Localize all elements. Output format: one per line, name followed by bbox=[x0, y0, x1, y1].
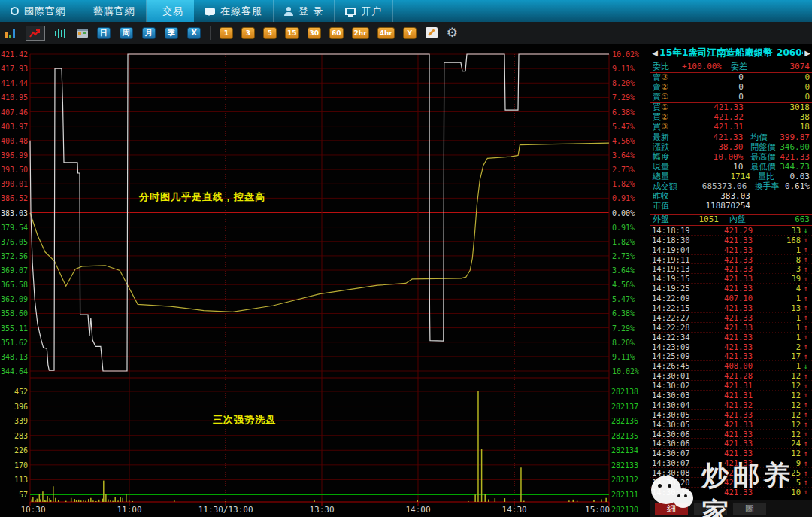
tick-price: 421.31 bbox=[698, 381, 753, 390]
draw-pencil-icon[interactable] bbox=[426, 27, 438, 38]
period-button-30[interactable]: 30 bbox=[308, 27, 322, 39]
timeshare-chart bbox=[0, 44, 650, 517]
nav-tab-國際官網[interactable]: 國際官網 bbox=[0, 0, 77, 22]
tick-row: 14:30:01421.2812↑ bbox=[650, 371, 812, 381]
volume-bar bbox=[98, 500, 100, 502]
tick-row: 14:18:30421.33168↑ bbox=[650, 236, 812, 245]
up-arrow-icon: ↑ bbox=[801, 255, 810, 263]
nav-tab-label: 藝購官網 bbox=[93, 5, 135, 18]
tick-row: 14:30:05421.3312↑ bbox=[650, 410, 812, 420]
volume-bar bbox=[65, 501, 67, 502]
tick-time: 14:30:01 bbox=[652, 371, 698, 380]
period-button-1[interactable]: 1 bbox=[220, 27, 233, 39]
tick-row: 14:18:19421.2933↓ bbox=[650, 226, 812, 236]
price-axis-label: 351.62 bbox=[0, 339, 28, 347]
volume-bar bbox=[58, 500, 59, 502]
tick-volume: 24 bbox=[753, 439, 801, 448]
order-level-label: 買③ bbox=[653, 123, 668, 132]
tick-price: 421.31 bbox=[698, 391, 753, 400]
tick-time: 14:30:06 bbox=[652, 430, 698, 439]
price-axis-label: 396.99 bbox=[0, 151, 28, 160]
tick-time: 14:22:09 bbox=[652, 293, 698, 303]
nav-tab-交易[interactable]: 交易 bbox=[147, 0, 194, 22]
tick-price: 421.33 bbox=[698, 351, 753, 360]
order-book-row: 賣①00 bbox=[650, 93, 812, 102]
period-button-3[interactable]: 3 bbox=[241, 27, 255, 39]
tick-price: 421.29 bbox=[698, 226, 753, 235]
volume-bar bbox=[481, 449, 483, 502]
stat-value: 0.03 bbox=[789, 172, 810, 181]
stat-value: 421.33 bbox=[780, 153, 810, 162]
stat-label: 最高價 bbox=[743, 153, 780, 162]
stat-label: 均價 bbox=[743, 133, 780, 142]
tick-row: 14:30:03421.3112↑ bbox=[650, 391, 812, 400]
order-level-price: 421.31 bbox=[668, 123, 744, 132]
next-instrument-arrow[interactable]: ▶ bbox=[803, 49, 812, 57]
volume-bar bbox=[108, 499, 109, 502]
price-axis-label: 365.58 bbox=[0, 281, 28, 289]
tick-row: 14:22:28421.331↑ bbox=[650, 323, 812, 333]
percent-axis-label: 6.38% bbox=[612, 108, 635, 117]
period-button-5[interactable]: 5 bbox=[263, 27, 277, 39]
position-axis-label: 282135 bbox=[611, 432, 638, 440]
tick-time: 14:26:45 bbox=[652, 361, 698, 370]
nav-tab-登录[interactable]: 登 录 bbox=[274, 0, 335, 22]
tick-volume: 3 bbox=[753, 264, 801, 273]
tick-row: 14:30:06421.3312↑ bbox=[650, 430, 812, 439]
percent-axis-label: 9.11% bbox=[612, 353, 635, 361]
ask-levels: 賣③00賣②00賣①00 bbox=[650, 73, 812, 102]
volume-bar bbox=[523, 501, 525, 502]
volume-bar bbox=[468, 501, 469, 502]
order-book-row: 賣③00 bbox=[650, 73, 812, 83]
kline-chart-icon[interactable] bbox=[54, 28, 68, 38]
up-arrow-icon: ↑ bbox=[801, 303, 810, 312]
nav-tab-藝購官網[interactable]: 藝購官網 bbox=[77, 0, 147, 22]
tick-list[interactable]: 14:18:19421.2933↓14:18:30421.33168↑14:19… bbox=[650, 226, 812, 497]
up-arrow-icon: ↑ bbox=[801, 410, 810, 418]
period-button-X[interactable]: X bbox=[187, 27, 201, 39]
time-axis-label: 13:30 bbox=[310, 505, 335, 515]
period-button-60[interactable]: 60 bbox=[329, 27, 344, 39]
tick-volume: 39 bbox=[753, 274, 801, 283]
nav-tab-在線客服[interactable]: 在線客服 bbox=[194, 0, 274, 22]
order-level-qty: 38 bbox=[744, 113, 810, 122]
tick-row: 14:19:25421.334↑ bbox=[650, 284, 812, 293]
period-button-4hr[interactable]: 4hr bbox=[377, 27, 395, 39]
tick-volume: 2 bbox=[753, 342, 801, 351]
tick-volume: 12 bbox=[753, 381, 801, 390]
order-level-qty: 3018 bbox=[744, 103, 810, 112]
prev-instrument-arrow[interactable]: ◀ bbox=[650, 49, 659, 57]
bar-chart-icon[interactable] bbox=[5, 28, 17, 38]
tick-time: 14:22:34 bbox=[652, 333, 698, 342]
up-arrow-icon: ↑ bbox=[801, 439, 810, 448]
tick-volume: 8 bbox=[753, 255, 801, 264]
stat-label: 成交額 bbox=[653, 182, 686, 191]
tick-volume: 12 bbox=[753, 391, 801, 400]
period-button-Y[interactable]: Y bbox=[403, 27, 417, 39]
volume-bar bbox=[76, 500, 77, 502]
tick-time: 14:22:28 bbox=[652, 323, 698, 332]
price-axis-label: 390.01 bbox=[0, 180, 28, 188]
settings-gear-icon[interactable]: ⚙ bbox=[447, 26, 458, 39]
position-axis-label: 282138 bbox=[611, 388, 638, 396]
quote-window-icon[interactable] bbox=[77, 29, 88, 38]
period-button-月[interactable]: 月 bbox=[142, 27, 156, 39]
position-axis-label: 282131 bbox=[611, 491, 638, 499]
nav-tab-label: 开户 bbox=[361, 5, 382, 18]
tick-volume: 17 bbox=[753, 351, 801, 360]
period-button-日[interactable]: 日 bbox=[97, 27, 111, 39]
period-button-15[interactable]: 15 bbox=[285, 27, 299, 39]
price-axis-label: 410.95 bbox=[0, 93, 28, 102]
up-arrow-icon: ↑ bbox=[801, 275, 810, 283]
tick-row: 14:25:09421.3317↑ bbox=[650, 351, 812, 361]
tick-time: 14:25:09 bbox=[652, 351, 698, 360]
nav-tab-开户[interactable]: 开户 bbox=[335, 0, 393, 22]
period-button-2hr[interactable]: 2hr bbox=[352, 27, 369, 39]
volume-bar bbox=[92, 500, 94, 502]
period-button-周[interactable]: 周 bbox=[120, 27, 133, 39]
period-button-季[interactable]: 季 bbox=[165, 27, 178, 39]
average-line bbox=[30, 143, 609, 312]
volume-bar bbox=[32, 499, 33, 502]
timeshare-chart-icon[interactable] bbox=[26, 26, 45, 41]
position-axis-label: 282137 bbox=[611, 403, 638, 411]
